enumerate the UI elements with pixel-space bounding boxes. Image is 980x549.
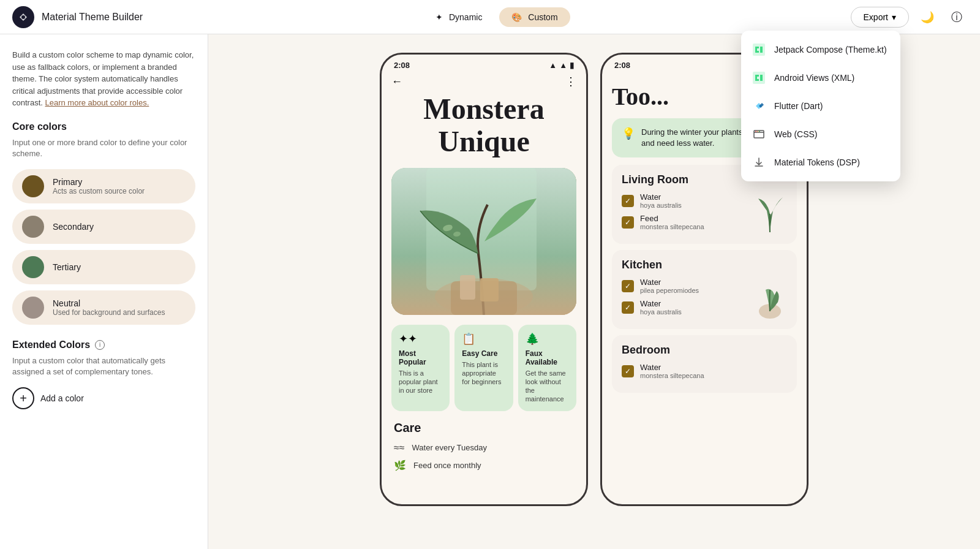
checkbox-4[interactable]: ✓ <box>622 301 634 314</box>
bedroom-section: Bedroom ✓ Water monstera siltepecana <box>612 335 797 393</box>
plant-cards-row: ✦✦ Most Popular This is a popular plant … <box>391 325 576 411</box>
export-button[interactable]: Export ▾ <box>851 7 909 28</box>
plant-3: pilea peperomiodes <box>640 287 699 294</box>
dropdown-item-flutter[interactable]: Flutter (Dart) <box>741 92 900 120</box>
dynamic-tab[interactable]: ✦ Dynamic <box>423 7 494 27</box>
android-label: Android Views (XML) <box>774 73 854 83</box>
neutral-color-item[interactable]: Neutral Used for background and surfaces <box>12 290 195 325</box>
svg-rect-11 <box>753 44 765 56</box>
android-icon <box>752 71 766 85</box>
primary-color-desc: Acts as custom source color <box>53 187 145 195</box>
kitchen-section: Kitchen ✓ Water pilea peperomiodes <box>612 250 797 329</box>
phone-content-1: Monstera Unique <box>382 93 586 487</box>
task-3: Water <box>640 278 699 287</box>
extended-colors-header: Extended Colors i <box>12 339 195 350</box>
phone-toolbar-1: ← ⋮ <box>382 72 586 93</box>
kitchen-plant-image <box>753 278 787 320</box>
checkbox-3[interactable]: ✓ <box>622 280 634 292</box>
living-room-item-2-info: Feed monstera siltepecana <box>640 214 704 230</box>
task-5: Water <box>640 363 704 372</box>
secondary-color-item[interactable]: Secondary <box>12 210 195 244</box>
kitchen-item-2: ✓ Water hoya australis <box>622 299 753 316</box>
neutral-color-info: Neutral Used for background and surfaces <box>53 298 165 317</box>
dropdown-item-dsp[interactable]: Material Tokens (DSP) <box>741 148 900 176</box>
chevron-down-icon: ▾ <box>892 12 896 22</box>
sidebar-description: Build a custom color scheme to map dynam… <box>12 49 195 109</box>
clipboard-icon: 📋 <box>462 332 505 346</box>
easy-care-title: Easy Care <box>462 349 505 358</box>
feed-text: Feed once monthly <box>413 461 481 470</box>
leaf-icon: 🌿 <box>394 460 406 471</box>
add-color-button[interactable]: + Add a color <box>12 387 195 409</box>
back-button[interactable]: ← <box>391 75 402 88</box>
flutter-label: Flutter (Dart) <box>774 101 823 111</box>
core-colors-title: Core colors <box>12 121 195 132</box>
sparkle-icon: ✦ <box>435 12 443 22</box>
most-popular-card: ✦✦ Most Popular This is a popular plant … <box>391 325 450 411</box>
kitchen-item-2-info: Water hoya australis <box>640 299 682 316</box>
task-4: Water <box>640 299 682 308</box>
phone-mockup-1: 2:08 ▲ ▲ ▮ ← ⋮ Monstera Unique <box>380 53 588 506</box>
tertiary-swatch <box>22 256 44 278</box>
extended-colors-title: Extended Colors <box>12 339 90 350</box>
info-button[interactable]: ⓘ <box>946 6 968 28</box>
dark-mode-button[interactable]: 🌙 <box>916 6 938 28</box>
export-label: Export <box>864 12 888 22</box>
tertiary-color-item[interactable]: Tertiary <box>12 250 195 284</box>
status-bar-1: 2:08 ▲ ▲ ▮ <box>382 55 586 72</box>
status-icons-1: ▲ ▲ ▮ <box>549 61 574 70</box>
water-care-item: ≈≈ Water every Tuesday <box>394 442 574 453</box>
flutter-icon <box>752 99 766 113</box>
time-2: 2:08 <box>614 61 630 70</box>
living-room-plant-image <box>753 192 787 235</box>
custom-tab[interactable]: 🎨 Custom <box>499 7 570 27</box>
easy-care-card: 📋 Easy Care This plant is appropriate fo… <box>454 325 513 411</box>
dropdown-item-jetpack[interactable]: Jetpack Compose (Theme.kt) <box>741 36 900 64</box>
tertiary-color-info: Tertiary <box>53 262 81 272</box>
checkbox-2[interactable]: ✓ <box>622 216 634 229</box>
dropdown-item-web[interactable]: Web (CSS) <box>741 120 900 148</box>
most-popular-title: Most Popular <box>399 349 442 366</box>
kitchen-title: Kitchen <box>622 259 787 271</box>
primary-color-item[interactable]: Primary Acts as custom source color <box>12 169 195 203</box>
plant-5: monstera siltepecana <box>640 372 704 379</box>
svg-point-16 <box>759 131 760 132</box>
plus-icon: + <box>12 387 34 409</box>
svg-point-15 <box>757 131 758 132</box>
living-room-item-1: ✓ Water hoya australis <box>622 192 753 209</box>
extended-info-icon: i <box>95 340 105 350</box>
lightbulb-icon: 💡 <box>622 127 635 140</box>
plant-image <box>391 168 576 315</box>
plant-1: hoya australis <box>640 202 682 209</box>
checkbox-1[interactable]: ✓ <box>622 195 634 207</box>
learn-more-link[interactable]: Learn more about color roles. <box>45 98 149 107</box>
web-label: Web (CSS) <box>774 129 818 139</box>
faux-available-title: Faux Available <box>526 349 569 366</box>
checkbox-5[interactable]: ✓ <box>622 365 634 377</box>
web-icon <box>752 127 766 141</box>
info-icon: ⓘ <box>951 10 962 25</box>
moon-icon: 🌙 <box>921 10 934 24</box>
water-text: Water every Tuesday <box>412 443 487 452</box>
time-1: 2:08 <box>394 61 410 70</box>
menu-button[interactable]: ⋮ <box>565 75 576 88</box>
svg-point-14 <box>755 131 756 132</box>
dropdown-item-android[interactable]: Android Views (XML) <box>741 64 900 92</box>
task-2: Feed <box>640 214 704 223</box>
app-logo <box>12 6 34 28</box>
export-dropdown: Jetpack Compose (Theme.kt) Android Views… <box>741 31 900 181</box>
download-icon <box>752 156 766 169</box>
secondary-color-info: Secondary <box>53 222 94 232</box>
neutral-swatch <box>22 297 44 319</box>
living-room-item-1-info: Water hoya australis <box>640 192 682 209</box>
signal-icon: ▲ <box>559 61 567 70</box>
svg-point-1 <box>21 15 25 19</box>
care-section: Care ≈≈ Water every Tuesday 🌿 Feed once … <box>391 421 576 471</box>
dsp-label: Material Tokens (DSP) <box>774 157 860 167</box>
faux-available-card: 🌲 Faux Available Get the same look witho… <box>518 325 576 411</box>
most-popular-desc: This is a popular plant in our store <box>399 369 442 395</box>
svg-rect-9 <box>480 278 499 301</box>
tree-icon: 🌲 <box>526 332 569 346</box>
living-room-item-2: ✓ Feed monstera siltepecana <box>622 214 753 230</box>
palette-icon: 🎨 <box>511 12 522 22</box>
